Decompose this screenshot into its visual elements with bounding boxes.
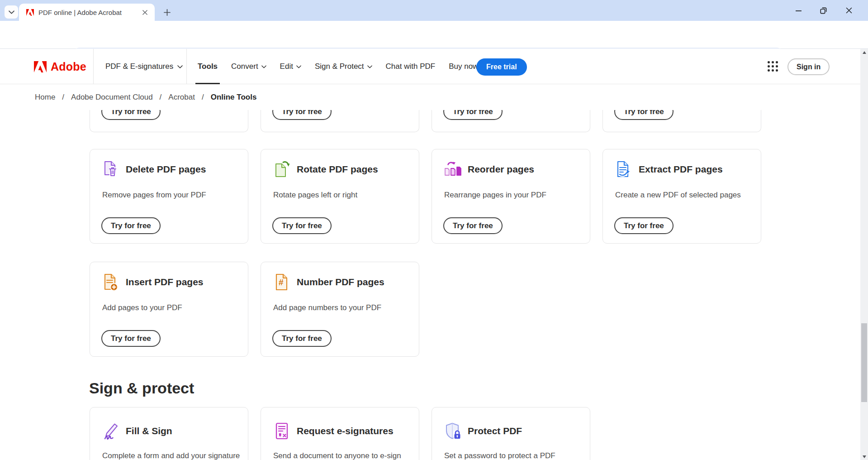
tool-card-delete-pdf-pages[interactable]: Delete PDF pages Remove pages from your … xyxy=(90,149,248,244)
chevron-down-icon xyxy=(9,10,14,14)
breadcrumb-separator: / xyxy=(202,93,204,102)
protect-shield-lock-icon xyxy=(444,422,462,440)
main-nav: Tools Convert Edit Sign & Protect Chat w… xyxy=(198,49,478,84)
breadcrumb-adobe-document-cloud[interactable]: Adobe Document Cloud xyxy=(71,93,153,102)
tool-card-clipped[interactable]: Try for free xyxy=(261,110,419,132)
breadcrumb-separator: / xyxy=(62,93,64,102)
scrollbar-thumb[interactable] xyxy=(861,323,867,402)
card-description: Rotate pages left or right xyxy=(273,191,357,200)
scroll-down-arrow[interactable] xyxy=(860,453,868,460)
card-title: Extract PDF pages xyxy=(639,164,723,175)
tool-card-protect-pdf[interactable]: Protect PDF Set a password to protect a … xyxy=(432,407,590,460)
try-for-free-button[interactable]: Try for free xyxy=(272,110,332,120)
header-divider xyxy=(93,49,94,84)
tab-title: PDF online | Adobe Acrobat xyxy=(38,9,140,16)
tool-card-extract-pdf-pages[interactable]: Extract PDF pages Create a new PDF of se… xyxy=(602,149,761,244)
chevron-down-icon xyxy=(296,65,301,68)
card-head: Protect PDF xyxy=(444,422,522,440)
try-for-free-button[interactable]: Try for free xyxy=(272,330,332,347)
tab-search-button[interactable] xyxy=(5,5,18,19)
card-head: Reorder pages xyxy=(444,160,534,178)
plus-icon xyxy=(164,9,171,16)
extract-page-icon xyxy=(615,160,633,178)
nav-item-sign-protect[interactable]: Sign & Protect xyxy=(315,49,372,84)
card-description: Create a new PDF of selected pages xyxy=(615,191,741,200)
try-for-free-button[interactable]: Try for free xyxy=(614,217,674,234)
card-description: Add page numbers to your PDF xyxy=(273,303,381,312)
delete-page-icon xyxy=(102,160,120,178)
window-minimize-button[interactable] xyxy=(789,1,808,20)
try-for-free-button[interactable]: Try for free xyxy=(443,217,503,234)
tool-card-number-pdf-pages[interactable]: # Number PDF pages Add page numbers to y… xyxy=(261,262,419,357)
browser-window: PDF online | Adobe Acrobat xyxy=(0,0,868,460)
reorder-pages-icon xyxy=(444,160,462,178)
card-head: Rotate PDF pages xyxy=(273,160,378,178)
try-for-free-button[interactable]: Try for free xyxy=(101,330,161,347)
new-tab-button[interactable] xyxy=(161,6,173,18)
adobe-logo-icon xyxy=(34,61,47,72)
sign-in-button[interactable]: Sign in xyxy=(787,58,830,75)
product-menu-label: PDF & E-signatures xyxy=(105,62,173,71)
tab-strip: PDF online | Adobe Acrobat xyxy=(0,0,868,21)
scroll-up-arrow[interactable] xyxy=(860,49,868,56)
card-head: Request e-signatures xyxy=(273,422,394,440)
card-head: Extract PDF pages xyxy=(615,160,723,178)
tab-close-icon[interactable] xyxy=(140,8,149,17)
tool-card-fill-sign[interactable]: Fill & Sign Complete a form and add your… xyxy=(90,407,248,460)
nav-item-convert[interactable]: Convert xyxy=(231,49,266,84)
window-restore-button[interactable] xyxy=(814,1,833,20)
free-trial-button[interactable]: Free trial xyxy=(476,58,527,76)
nav-item-buy-now[interactable]: Buy now xyxy=(449,49,478,84)
try-for-free-button[interactable]: Try for free xyxy=(101,110,161,120)
minimize-icon xyxy=(795,7,802,14)
try-for-free-button[interactable]: Try for free xyxy=(101,217,161,234)
breadcrumb: Home / Adobe Document Cloud / Acrobat / … xyxy=(0,84,860,110)
card-title: Reorder pages xyxy=(468,164,534,175)
adobe-logo[interactable]: Adobe xyxy=(34,49,86,84)
card-title: Number PDF pages xyxy=(297,277,384,288)
card-description: Set a password to protect a PDF xyxy=(444,451,555,460)
card-description: Send a document to anyone to e-sign xyxy=(273,451,401,460)
try-for-free-button[interactable]: Try for free xyxy=(443,110,503,120)
try-for-free-button[interactable]: Try for free xyxy=(614,110,674,120)
breadcrumb-separator: / xyxy=(160,93,162,102)
browser-toolbar: adobe.com/acrobat/online.html xyxy=(0,21,868,49)
card-head: Delete PDF pages xyxy=(102,160,206,178)
card-description: Remove pages from your PDF xyxy=(102,191,206,200)
tool-card-request-e-signatures[interactable]: Request e-signatures Send a document to … xyxy=(261,407,419,460)
tool-card-clipped[interactable]: Try for free xyxy=(432,110,590,132)
page-scrollbar[interactable] xyxy=(860,49,868,460)
nav-item-tools[interactable]: Tools xyxy=(198,49,218,84)
number-page-icon: # xyxy=(273,273,291,291)
chevron-down-icon xyxy=(367,65,372,68)
window-close-button[interactable] xyxy=(840,1,859,20)
tool-card-clipped[interactable]: Try for free xyxy=(602,110,761,132)
site-header: Adobe PDF & E-signatures Tools Convert E… xyxy=(0,49,860,84)
card-head: Fill & Sign xyxy=(102,422,172,440)
breadcrumb-acrobat[interactable]: Acrobat xyxy=(168,93,195,102)
nav-item-edit[interactable]: Edit xyxy=(280,49,301,84)
breadcrumb-home[interactable]: Home xyxy=(35,93,55,102)
card-head: Insert PDF pages xyxy=(102,273,204,291)
nav-item-chat-with-pdf[interactable]: Chat with PDF xyxy=(386,49,436,84)
card-head: # Number PDF pages xyxy=(273,273,384,291)
card-title: Request e-signatures xyxy=(297,426,394,436)
card-title: Protect PDF xyxy=(468,426,522,436)
section-heading: Sign & protect xyxy=(89,379,194,397)
app-launcher-icon[interactable] xyxy=(768,61,778,72)
tool-card-rotate-pdf-pages[interactable]: Rotate PDF pages Rotate pages left or ri… xyxy=(261,149,419,244)
try-for-free-button[interactable]: Try for free xyxy=(272,217,332,234)
chevron-down-icon xyxy=(261,65,266,68)
fill-sign-pen-icon xyxy=(102,422,120,440)
tool-card-reorder-pages[interactable]: Reorder pages Rearrange pages in your PD… xyxy=(432,149,590,244)
card-title: Delete PDF pages xyxy=(126,164,206,175)
adobe-logo-text: Adobe xyxy=(51,60,86,73)
tool-card-insert-pdf-pages[interactable]: Insert PDF pages Add pages to your PDF T… xyxy=(90,262,248,357)
product-menu[interactable]: PDF & E-signatures xyxy=(105,49,183,84)
tool-card-clipped[interactable]: Try for free xyxy=(90,110,248,132)
card-title: Insert PDF pages xyxy=(126,277,204,288)
rotate-page-icon xyxy=(273,160,291,178)
browser-tab[interactable]: PDF online | Adobe Acrobat xyxy=(19,4,155,21)
chevron-down-icon xyxy=(177,65,183,68)
adobe-favicon xyxy=(26,9,34,16)
